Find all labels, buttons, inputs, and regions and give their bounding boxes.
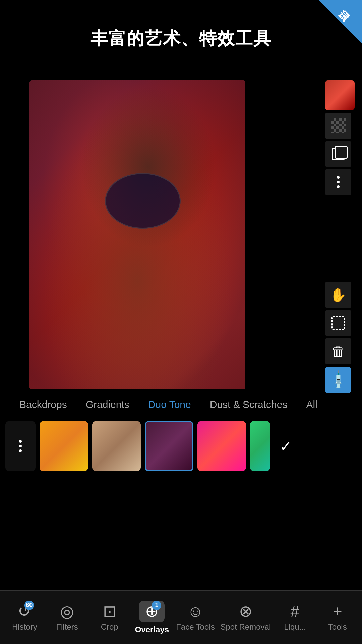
- face-tools-icon: ☺: [187, 603, 203, 620]
- nav-item-tools[interactable]: + Tools: [319, 603, 356, 632]
- category-tabs: Backdrops Gradients Duo Tone Dust & Scra…: [0, 392, 362, 417]
- swatch-brown[interactable]: [92, 421, 141, 471]
- tab-backdrops[interactable]: Backdrops: [10, 395, 76, 414]
- checker-button[interactable]: [325, 113, 351, 139]
- corner-badge-text: 试用: [348, 3, 357, 12]
- eyedropper-icon: 💉: [327, 369, 349, 391]
- color-swatch-button[interactable]: [325, 80, 355, 110]
- swatches-row: ✓: [0, 418, 362, 475]
- overlays-badge-wrap: ⊕ 1: [145, 603, 159, 620]
- nav-item-overlays[interactable]: ⊕ 1 Overlays: [133, 601, 170, 634]
- delete-button[interactable]: 🗑: [325, 338, 351, 364]
- spot-removal-icon: ⊗: [239, 603, 252, 620]
- swatch-confirm-button[interactable]: ✓: [272, 421, 299, 471]
- tools-icon: +: [333, 603, 342, 620]
- swatch-green[interactable]: [250, 421, 270, 471]
- crop-icon: ⊡: [103, 603, 116, 620]
- history-badge-wrap: ↺ 60: [18, 603, 31, 620]
- tools-label: Tools: [328, 622, 347, 632]
- eyedropper-button[interactable]: 💉: [325, 367, 351, 393]
- overlays-icon-wrap: ⊕ 1: [139, 601, 165, 622]
- select-tool-button[interactable]: [325, 310, 351, 336]
- more-options-button[interactable]: [325, 169, 351, 195]
- tab-gradients[interactable]: Gradients: [76, 395, 139, 414]
- nav-item-filters[interactable]: ◎ Filters: [49, 603, 85, 632]
- filters-label: Filters: [56, 622, 78, 632]
- overlays-badge: 1: [152, 601, 161, 610]
- nav-item-spot-removal[interactable]: ⊗ Spot Removal: [220, 603, 271, 632]
- tab-all[interactable]: All: [297, 395, 326, 414]
- swatch-pink-red[interactable]: [197, 421, 246, 471]
- nav-item-history[interactable]: ↺ 60 History: [6, 603, 43, 632]
- liquify-icon: #: [291, 603, 300, 620]
- page-title: 丰富的艺术、特效工具: [0, 27, 362, 50]
- liquify-label: Liqu...: [284, 622, 306, 632]
- right-toolbar-bottom: ✋ 🗑 💉: [325, 282, 352, 393]
- main-image: [29, 80, 245, 389]
- history-label: History: [12, 622, 37, 632]
- swatch-orange[interactable]: [40, 421, 88, 471]
- select-icon: [331, 316, 345, 330]
- nav-item-crop[interactable]: ⊡ Crop: [91, 603, 128, 632]
- checker-icon: [331, 118, 346, 133]
- tab-dust-scratches[interactable]: Dust & Scratches: [200, 395, 297, 414]
- hand-icon: ✋: [330, 287, 347, 303]
- bottom-nav: ↺ 60 History ◎ Filters ⊡ Crop ⊕ 1 Overla…: [0, 590, 362, 644]
- swatch-dark-red[interactable]: [145, 421, 193, 471]
- nav-item-liquify[interactable]: # Liqu...: [277, 603, 313, 632]
- swatch-dots-icon: [19, 440, 22, 452]
- delete-icon: 🗑: [331, 344, 345, 359]
- copy-icon: [332, 148, 345, 160]
- right-toolbar-top: [325, 80, 352, 195]
- tab-duo-tone[interactable]: Duo Tone: [139, 395, 200, 414]
- more-icon: [337, 176, 340, 188]
- filters-icon: ◎: [60, 603, 74, 620]
- crop-label: Crop: [101, 622, 118, 632]
- swatch-dots-menu[interactable]: [5, 421, 36, 471]
- hand-tool-button[interactable]: ✋: [325, 282, 351, 308]
- spot-removal-label: Spot Removal: [220, 622, 271, 632]
- nav-item-face-tools[interactable]: ☺ Face Tools: [176, 603, 215, 632]
- copy-layer-button[interactable]: [325, 141, 351, 167]
- history-badge: 60: [24, 601, 34, 610]
- overlays-label: Overlays: [135, 625, 169, 634]
- face-tools-label: Face Tools: [176, 622, 215, 632]
